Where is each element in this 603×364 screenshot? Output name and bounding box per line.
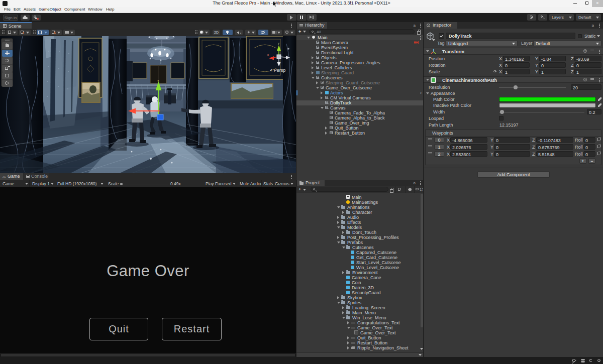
svg-text:x: x — [267, 53, 269, 56]
svg-text:y: y — [278, 42, 279, 45]
